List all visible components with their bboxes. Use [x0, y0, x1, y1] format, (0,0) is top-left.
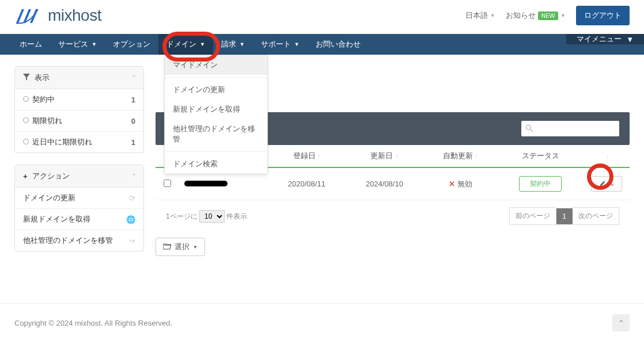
- bulk-select-button[interactable]: 選択 ▼: [156, 238, 205, 256]
- filter-expired[interactable]: 期限切れ 0: [15, 110, 143, 132]
- copyright: Copyright © 2024 mixhost. All Rights Res…: [14, 319, 172, 327]
- scroll-top-button[interactable]: ⌃: [612, 314, 630, 331]
- page-1-button[interactable]: 1: [556, 208, 573, 224]
- cell-renewal: 2024/08/10: [346, 167, 423, 200]
- per-page-select[interactable]: 10: [199, 210, 225, 223]
- logout-button[interactable]: ログアウト: [576, 6, 630, 25]
- my-menu[interactable]: マイメニュー▼: [566, 34, 644, 44]
- sort-icon: ↕: [607, 154, 609, 160]
- nav-service[interactable]: サービス▼: [50, 34, 105, 55]
- chevron-up-icon: ⌃: [618, 319, 624, 327]
- search-input[interactable]: [521, 121, 619, 136]
- dropdown-transfer[interactable]: 他社管理のドメインを移管: [165, 119, 267, 149]
- logo-icon: [14, 7, 43, 24]
- radio-icon: [23, 96, 29, 102]
- col-renewal[interactable]: 更新日↕: [346, 145, 423, 167]
- domain-name-redacted: [184, 181, 228, 186]
- refresh-icon: ⟳: [129, 194, 135, 203]
- nav-contact[interactable]: お問い合わせ: [308, 34, 369, 55]
- sort-icon: ↕: [318, 153, 321, 159]
- cell-registered: 2020/08/11: [268, 167, 346, 200]
- news-link[interactable]: お知らせ NEW ▼: [506, 10, 566, 21]
- prev-page-button[interactable]: 前のページ: [509, 207, 556, 225]
- chevron-up-icon: ⌃: [131, 173, 137, 180]
- brand-name: mixhost: [48, 6, 101, 25]
- svg-line-1: [531, 129, 533, 132]
- view-panel-header[interactable]: 表示 ⌃: [15, 67, 143, 89]
- brand-logo[interactable]: mixhost: [14, 6, 101, 25]
- x-icon: ✕: [449, 180, 455, 188]
- language-selector[interactable]: 日本語 ▼: [465, 10, 495, 21]
- col-auto-renew[interactable]: 自動更新↕: [423, 145, 497, 167]
- action-panel: + アクション ⌃ ドメインの更新 ⟳ 新規ドメインを取得 🌐 他社管理のドメイ…: [14, 165, 144, 251]
- caret-down-icon: ▼: [490, 13, 495, 18]
- filter-icon: [23, 74, 30, 82]
- folder-icon: [163, 243, 171, 251]
- row-action-button[interactable]: ▼: [591, 176, 622, 192]
- main-navigation: ホーム サービス▼ オプション ドメイン▼ 請求▼ サポート▼ お問い合わせ マ…: [0, 34, 644, 55]
- new-badge: NEW: [538, 12, 558, 20]
- nav-support[interactable]: サポート▼: [253, 34, 308, 55]
- dropdown-renew[interactable]: ドメインの更新: [165, 80, 267, 100]
- filter-active[interactable]: 契約中 1: [15, 89, 143, 110]
- dropdown-search[interactable]: ドメイン検索: [165, 154, 267, 174]
- caret-down-icon: ▼: [610, 182, 615, 188]
- nav-domain[interactable]: ドメイン▼: [158, 34, 213, 55]
- action-panel-header[interactable]: + アクション ⌃: [15, 165, 143, 188]
- radio-icon: [23, 139, 29, 144]
- cell-auto-renew: ✕無効: [423, 167, 497, 200]
- globe-icon: 🌐: [126, 215, 135, 224]
- caret-down-icon: ▼: [193, 245, 198, 250]
- action-transfer[interactable]: 他社管理のドメインを移管 ↪: [15, 230, 143, 251]
- caret-down-icon: ▼: [92, 41, 97, 47]
- nav-home[interactable]: ホーム: [12, 34, 50, 55]
- caret-down-icon: ▼: [240, 41, 245, 47]
- share-icon: ↪: [129, 236, 135, 245]
- plus-icon: +: [23, 172, 28, 181]
- sort-icon: ↕: [395, 153, 398, 159]
- nav-option[interactable]: オプション: [105, 34, 158, 55]
- view-panel: 表示 ⌃ 契約中 1 期限切れ 0 近日中に期限切れ 1: [14, 66, 144, 153]
- caret-down-icon: ▼: [626, 35, 634, 44]
- status-badge: 契約中: [519, 176, 562, 192]
- sort-icon: ↕: [475, 153, 478, 159]
- caret-down-icon: ▼: [560, 13, 566, 18]
- wrench-icon: [598, 180, 605, 186]
- svg-point-0: [526, 125, 531, 130]
- radio-icon: [23, 117, 29, 123]
- per-page-control: 1ページに 10 件表示: [166, 210, 247, 223]
- col-registered[interactable]: 登録日↕: [268, 145, 346, 167]
- row-checkbox[interactable]: [164, 180, 171, 187]
- search-icon: [525, 124, 533, 134]
- dropdown-my-domain[interactable]: マイドメイン: [165, 55, 267, 75]
- next-page-button[interactable]: 次のページ: [573, 207, 619, 225]
- nav-billing[interactable]: 請求▼: [213, 34, 253, 55]
- col-status[interactable]: ステータス: [497, 145, 584, 167]
- chevron-up-icon: ⌃: [131, 74, 137, 82]
- action-register[interactable]: 新規ドメインを取得 🌐: [15, 209, 143, 230]
- pagination: 前のページ 1 次のページ: [509, 207, 619, 225]
- dropdown-register[interactable]: 新規ドメインを取得: [165, 100, 267, 119]
- caret-down-icon: ▼: [200, 41, 205, 47]
- domain-dropdown: マイドメイン ドメインの更新 新規ドメインを取得 他社管理のドメインを移管 ドメ…: [164, 55, 268, 174]
- caret-down-icon: ▼: [294, 41, 300, 47]
- filter-expiring-soon[interactable]: 近日中に期限切れ 1: [15, 132, 143, 152]
- action-renew[interactable]: ドメインの更新 ⟳: [15, 188, 143, 209]
